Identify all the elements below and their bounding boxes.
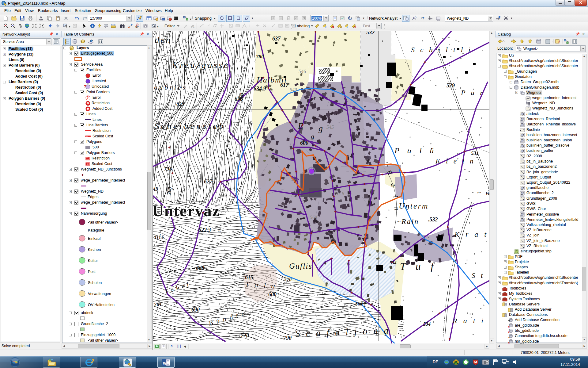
svg-text:Halbmil: Halbmil [256, 75, 287, 84]
svg-text:g: g [311, 132, 314, 140]
svg-text:736.: 736. [164, 166, 173, 172]
svg-text:~ w e i d: ~ w e i d [477, 189, 489, 197]
svg-text:600: 600 [268, 291, 277, 297]
svg-text:720: 720 [241, 332, 249, 339]
svg-text:E: E [298, 121, 303, 131]
svg-text:700: 700 [166, 186, 173, 195]
svg-text:i: i [92, 24, 93, 28]
svg-text:622.3: 622.3 [198, 227, 211, 233]
svg-text:x: x [508, 325, 510, 328]
svg-text:823: 823 [176, 101, 184, 107]
svg-text:790: 790 [283, 335, 292, 341]
svg-text:Guflis: Guflis [289, 262, 312, 270]
svg-text:Scheibenstab: Scheibenstab [155, 121, 226, 131]
svg-text:668: 668 [196, 265, 204, 271]
svg-text:T o b e l: T o b e l [164, 281, 190, 295]
svg-text:x: x [508, 336, 510, 339]
svg-text:554: 554 [291, 177, 298, 182]
svg-text:Kreuzgasse: Kreuzgasse [172, 60, 229, 70]
svg-text:A: A [193, 26, 194, 28]
svg-text:K l e i n: K l e i n [435, 157, 475, 165]
svg-text:534: 534 [390, 260, 397, 265]
svg-text:aubries: aubries [154, 83, 187, 91]
svg-text:534: 534 [423, 321, 431, 327]
svg-text:g: g [318, 124, 323, 133]
svg-text:XY: XY [135, 26, 139, 29]
svg-text:43: 43 [153, 186, 158, 192]
svg-text:761: 761 [154, 301, 162, 307]
svg-text:nis: nis [155, 232, 165, 240]
svg-text:~Rain: ~Rain [397, 217, 419, 225]
svg-text:K r a t: K r a t [454, 230, 488, 238]
svg-text:Unterm: Unterm [399, 201, 428, 210]
svg-text:P a l ü: P a l ü [394, 146, 437, 155]
svg-text:637: 637 [272, 36, 281, 42]
svg-text:△: △ [371, 302, 374, 305]
svg-text:553.8: 553.8 [333, 191, 344, 196]
svg-text:634.9: 634.9 [254, 86, 266, 92]
svg-text:545: 545 [326, 125, 334, 130]
svg-text:564.7: 564.7 [355, 301, 367, 306]
svg-text:570: 570 [284, 277, 292, 282]
svg-text:543: 543 [290, 87, 297, 92]
svg-text:R a t i: R a t i [452, 317, 485, 325]
svg-text:780: 780 [256, 54, 264, 59]
svg-text:den: den [155, 35, 172, 45]
svg-text:676: 676 [235, 96, 243, 102]
svg-text:i: i [347, 26, 348, 29]
svg-text:T u f: T u f [400, 261, 437, 272]
svg-text:531: 531 [471, 150, 479, 156]
svg-text:529: 529 [447, 82, 455, 89]
svg-text:Untervaz: Untervaz [153, 202, 220, 220]
svg-text:690: 690 [191, 307, 200, 313]
svg-text:P a r: P a r [461, 89, 485, 97]
svg-text:546: 546 [299, 69, 306, 74]
svg-text:532: 532 [366, 31, 375, 36]
svg-text:600: 600 [300, 140, 308, 146]
svg-text:615: 615 [245, 274, 253, 280]
svg-text:S c h i l t l i: S c h i l t l i [411, 46, 472, 54]
svg-text:564: 564 [310, 215, 317, 220]
svg-text:△: △ [271, 88, 273, 91]
svg-text:x: x [508, 331, 510, 333]
svg-text:△: △ [218, 228, 221, 232]
svg-text:M: M [474, 360, 477, 364]
svg-text:+: + [508, 319, 510, 322]
svg-text:S c a f a l j o n a: S c a f a l j o n a [295, 325, 390, 339]
svg-text:.532: .532 [428, 217, 438, 223]
svg-text:S t: S t [472, 271, 485, 279]
svg-text:627: 627 [204, 178, 213, 185]
